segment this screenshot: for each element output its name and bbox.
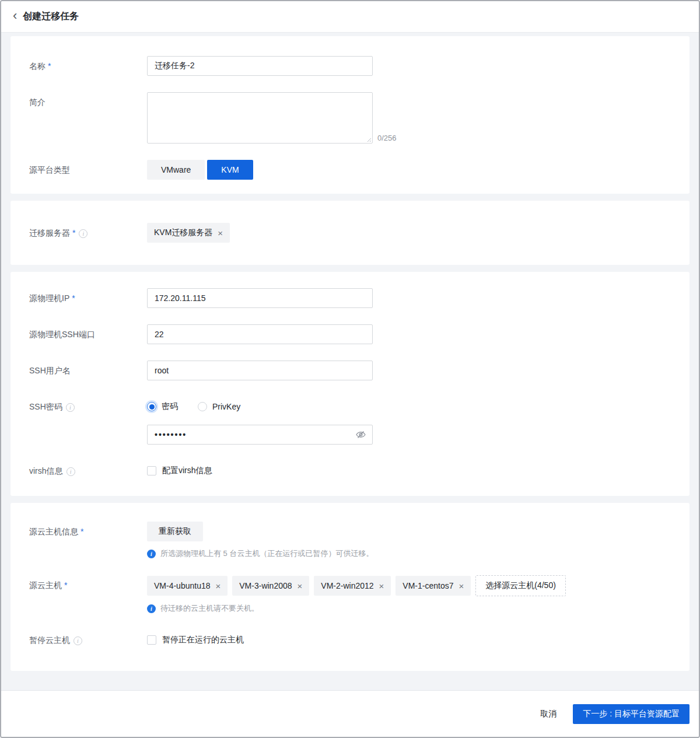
source-vms-label: 源云主机*: [29, 575, 147, 595]
source-vm-info-label-text: 源云主机信息: [29, 527, 78, 536]
tag-close-icon[interactable]: ×: [379, 582, 384, 590]
name-row: 名称*: [29, 56, 671, 76]
description-row: 简介 0/256: [29, 92, 671, 144]
source-vm-card: 源云主机信息* 重新获取 i 所选源物理机上有 5 台云主机（正在运行或已暂停）…: [10, 503, 690, 671]
required-mark: *: [48, 61, 51, 71]
name-input[interactable]: [147, 56, 373, 76]
migration-server-tag-text: KVM迁移服务器: [154, 228, 212, 238]
char-counter: 0/256: [377, 134, 397, 142]
pause-vm-checkbox-row: 暂停正在运行的云主机: [147, 630, 244, 650]
note-info-icon: i: [147, 550, 156, 558]
auth-type-radio-group: 密码 PrivKey: [147, 397, 373, 417]
source-host-card: 源物理机IP* 源物理机SSH端口 SSH用户名 SSH密码i: [10, 272, 690, 496]
eye-slash-icon[interactable]: [355, 430, 366, 439]
platform-option-vmware[interactable]: VMware: [147, 160, 205, 180]
ssh-user-label: SSH用户名: [29, 361, 147, 380]
vm-tag-text: VM-1-centos7: [402, 581, 453, 590]
migration-server-label-text: 迁移服务器: [29, 228, 70, 237]
tag-close-icon[interactable]: ×: [298, 582, 303, 590]
radio-privkey[interactable]: PrivKey: [198, 402, 240, 411]
tag-close-icon[interactable]: ×: [216, 582, 221, 590]
ssh-port-row: 源物理机SSH端口: [29, 324, 671, 344]
name-label-text: 名称: [29, 61, 46, 71]
ssh-password-label: SSH密码i: [29, 397, 147, 417]
vm-tag: VM-3-win2008 ×: [232, 576, 309, 596]
vm-warning-note: i 待迁移的云主机请不要关机。: [147, 603, 566, 614]
description-label: 简介: [29, 92, 147, 112]
description-textarea[interactable]: [147, 92, 373, 144]
vm-count-note-text: 所选源物理机上有 5 台云主机（正在运行或已暂停）可供迁移。: [160, 548, 373, 559]
basic-info-card: 名称* 简介 0/256 源平台类型: [10, 36, 690, 194]
info-icon[interactable]: i: [66, 403, 75, 412]
ssh-port-input[interactable]: [147, 324, 373, 344]
source-vm-tags: VM-4-ubuntu18 × VM-3-win2008 × VM-2-win2…: [147, 575, 566, 596]
required-mark: *: [72, 293, 75, 303]
migration-server-tag: KVM迁移服务器 ×: [147, 223, 230, 243]
radio-unselected-icon[interactable]: [198, 402, 207, 411]
radio-privkey-label[interactable]: PrivKey: [212, 402, 240, 411]
migration-server-row: 迁移服务器*i KVM迁移服务器 ×: [29, 223, 671, 243]
source-vm-info-control: 重新获取 i 所选源物理机上有 5 台云主机（正在运行或已暂停）可供迁移。: [147, 522, 373, 559]
source-ip-row: 源物理机IP*: [29, 288, 671, 308]
virsh-checkbox-row: 配置virsh信息: [147, 461, 212, 481]
back-icon[interactable]: ‹: [13, 9, 17, 22]
password-input[interactable]: [147, 425, 373, 445]
vm-tag: VM-1-centos7 ×: [396, 576, 471, 596]
ssh-password-control: 密码 PrivKey: [147, 397, 373, 445]
tag-close-icon[interactable]: ×: [218, 229, 223, 237]
description-control: 0/256: [147, 92, 397, 144]
virsh-label-text: virsh信息: [29, 466, 63, 475]
source-vms-control: VM-4-ubuntu18 × VM-3-win2008 × VM-2-win2…: [147, 575, 566, 614]
pause-vm-row: 暂停云主机i 暂停正在运行的云主机: [29, 630, 671, 650]
page-title: 创建迁移任务: [23, 11, 79, 23]
source-ip-input[interactable]: [147, 288, 373, 308]
vm-tag-text: VM-3-win2008: [239, 581, 292, 590]
info-icon[interactable]: i: [66, 467, 75, 476]
wizard-footer: 取消 下一步 : 目标平台资源配置: [1, 690, 699, 737]
migration-server-card: 迁移服务器*i KVM迁移服务器 ×: [10, 201, 690, 265]
page-header: ‹ 创建迁移任务: [1, 1, 699, 33]
vm-count-note: i 所选源物理机上有 5 台云主机（正在运行或已暂停）可供迁移。: [147, 548, 373, 559]
radio-password-label[interactable]: 密码: [162, 401, 178, 412]
radio-password[interactable]: 密码: [147, 401, 178, 412]
ssh-port-label-text: 源物理机SSH端口: [29, 330, 95, 339]
required-mark: *: [80, 527, 83, 536]
source-ip-label: 源物理机IP*: [29, 288, 147, 308]
ssh-password-row: SSH密码i 密码 PrivKey: [29, 397, 671, 445]
pause-vm-checkbox-label[interactable]: 暂停正在运行的云主机: [162, 635, 244, 645]
platform-toggle-group: VMware KVM: [147, 160, 253, 180]
pause-vm-label-text: 暂停云主机: [29, 635, 70, 645]
cancel-button[interactable]: 取消: [540, 709, 556, 719]
ssh-user-input[interactable]: [147, 361, 373, 380]
required-mark: *: [72, 228, 75, 237]
source-ip-label-text: 源物理机IP: [29, 293, 69, 303]
info-icon[interactable]: i: [74, 636, 82, 645]
source-vms-row: 源云主机* VM-4-ubuntu18 × VM-3-win2008 ×: [29, 575, 671, 614]
source-platform-row: 源平台类型 VMware KVM: [29, 160, 671, 180]
description-label-text: 简介: [29, 97, 46, 107]
radio-selected-icon[interactable]: [147, 402, 156, 411]
info-icon[interactable]: i: [79, 229, 88, 238]
description-textarea-wrap: [147, 92, 373, 144]
source-vms-label-text: 源云主机: [29, 580, 62, 590]
next-step-button[interactable]: 下一步 : 目标平台资源配置: [573, 704, 690, 724]
pause-vm-label: 暂停云主机i: [29, 630, 147, 650]
ssh-user-row: SSH用户名: [29, 361, 671, 380]
virsh-checkbox[interactable]: [147, 466, 156, 475]
note-info-icon: i: [147, 604, 156, 613]
vm-tag-text: VM-2-win2012: [321, 581, 373, 590]
vm-tag: VM-4-ubuntu18 ×: [147, 576, 228, 596]
source-vm-info-row: 源云主机信息* 重新获取 i 所选源物理机上有 5 台云主机（正在运行或已暂停）…: [29, 522, 671, 559]
pause-vm-checkbox[interactable]: [147, 635, 156, 645]
refresh-vms-button[interactable]: 重新获取: [147, 522, 203, 541]
source-vm-info-label: 源云主机信息*: [29, 522, 147, 541]
platform-option-kvm[interactable]: KVM: [207, 160, 253, 180]
ssh-password-label-text: SSH密码: [29, 402, 62, 411]
tag-close-icon[interactable]: ×: [459, 582, 464, 590]
create-migration-task-page: ‹ 创建迁移任务 名称* 简介 0/256: [0, 0, 700, 738]
select-source-vm-button[interactable]: 选择源云主机(4/50): [475, 575, 566, 596]
form-content: 名称* 简介 0/256 源平台类型: [1, 33, 699, 690]
ssh-port-label: 源物理机SSH端口: [29, 324, 147, 344]
virsh-label: virsh信息i: [29, 461, 147, 481]
virsh-checkbox-label[interactable]: 配置virsh信息: [162, 466, 212, 476]
